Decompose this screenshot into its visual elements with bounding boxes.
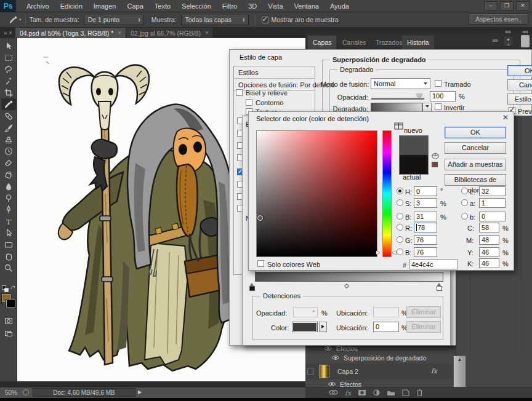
collapse-panel-icon[interactable]: »»: [492, 37, 498, 44]
layer-row-effects[interactable]: Efectos: [324, 345, 470, 352]
eye-icon[interactable]: [324, 345, 332, 352]
s-input[interactable]: 3: [414, 198, 437, 208]
background-color-swatch[interactable]: [6, 300, 15, 308]
tool-type[interactable]: T: [1, 215, 16, 227]
g-input[interactable]: 76: [414, 235, 437, 245]
show-sample-ring-checkbox[interactable]: [262, 17, 268, 23]
tool-history-brush[interactable]: [1, 145, 16, 157]
link-icon[interactable]: [329, 389, 338, 397]
layer-thumbnail[interactable]: [319, 365, 329, 378]
layer-row-capa2[interactable]: Capa 2 fx: [305, 363, 452, 379]
tool-path-selection[interactable]: [1, 227, 16, 239]
eye-icon[interactable]: [331, 354, 340, 362]
ok-button[interactable]: OK: [507, 65, 532, 76]
gradient-stop-white[interactable]: [437, 286, 442, 291]
panel-menu-icon[interactable]: ▼≡: [503, 36, 514, 47]
zoom-level[interactable]: 50%: [5, 389, 17, 396]
dither-checkbox[interactable]: [435, 80, 441, 87]
swap-colors-icon[interactable]: [10, 285, 17, 292]
bb-input[interactable]: 0: [479, 212, 506, 221]
g-radio[interactable]: [397, 236, 403, 243]
menu-archivo[interactable]: Archivo: [21, 0, 55, 12]
tool-shape[interactable]: [1, 239, 16, 250]
tool-lasso[interactable]: [1, 63, 16, 75]
opacity-slider-thumb[interactable]: [416, 94, 422, 98]
new-style-button[interactable]: Estilo nue: [507, 93, 532, 105]
collapsed-dock-icon[interactable]: [521, 35, 530, 47]
s-radio[interactable]: [397, 199, 403, 206]
cancel-button[interactable]: Cancel: [507, 79, 532, 90]
b-input[interactable]: 31: [414, 212, 437, 221]
tab-document-2[interactable]: 02.jpg al 66,7% (RGB/8) ×: [126, 28, 214, 38]
adjustment-icon[interactable]: [373, 389, 380, 397]
fx-badge[interactable]: fx: [431, 367, 437, 375]
fx-icon[interactable]: fx: [345, 389, 351, 397]
blend-mode-select[interactable]: Normal: [371, 78, 430, 89]
hue-strip[interactable]: [382, 130, 392, 257]
tab-overflow-icon[interactable]: » ×: [0, 28, 15, 38]
menu-ayuda[interactable]: Ayuda: [324, 0, 355, 12]
gamut-swatch[interactable]: [432, 162, 438, 167]
r-input[interactable]: 78: [414, 223, 437, 232]
menu-ventana[interactable]: Ventana: [289, 0, 324, 12]
minimize-icon[interactable]: –: [484, 1, 498, 10]
c-input[interactable]: 58: [479, 223, 499, 232]
tool-move[interactable]: [1, 40, 16, 52]
new-layer-icon[interactable]: [402, 389, 409, 397]
gamut-warning-cube-icon[interactable]: [432, 153, 439, 159]
gradient-stop-black[interactable]: [249, 286, 255, 291]
h-radio[interactable]: [397, 188, 403, 194]
color-field-marker[interactable]: [257, 215, 263, 221]
styles-header[interactable]: Estilos: [238, 69, 258, 76]
a-radio[interactable]: [461, 199, 468, 206]
layers-scrollbar[interactable]: ▲: [453, 355, 466, 387]
menu-texto[interactable]: Texto: [149, 0, 176, 12]
m-input[interactable]: 48: [479, 235, 499, 245]
menu-edicion[interactable]: Edición: [55, 0, 88, 12]
bb-radio[interactable]: [461, 213, 468, 220]
hue-slider-arrow-left[interactable]: ▶: [376, 250, 380, 255]
hue-slider-arrow-right[interactable]: ◀: [392, 250, 396, 255]
h-input[interactable]: 0: [414, 186, 437, 196]
hex-input[interactable]: 4e4c4c: [409, 260, 458, 269]
menu-3d[interactable]: 3D: [243, 0, 262, 12]
tab-capas[interactable]: Capas: [308, 36, 336, 49]
close-icon[interactable]: ✕: [516, 1, 530, 10]
tool-pen[interactable]: [1, 204, 16, 215]
menu-filtro[interactable]: Filtro: [217, 0, 243, 12]
style-checkbox[interactable]: [236, 89, 243, 96]
sample-select[interactable]: Todas las capas ▲▼: [181, 15, 249, 25]
quick-mask-icon[interactable]: [1, 315, 16, 327]
color-libraries-button[interactable]: Bibliotecas de colores: [445, 174, 506, 186]
restore-icon[interactable]: ❐: [500, 1, 514, 10]
status-arrow-icon[interactable]: ▶: [138, 389, 142, 395]
tool-paint-bucket[interactable]: [1, 169, 16, 180]
layer-link-box[interactable]: [307, 368, 314, 375]
tool-blur[interactable]: [1, 180, 16, 192]
tool-healing-brush[interactable]: [1, 110, 16, 122]
tool-dodge[interactable]: [1, 192, 16, 204]
menu-vista[interactable]: Vista: [262, 0, 288, 12]
group-icon[interactable]: [387, 389, 395, 397]
invert-checkbox[interactable]: [435, 103, 441, 110]
a-input[interactable]: 1: [479, 198, 506, 208]
doc-size-info[interactable]: Doc: 4,60 MB/49,6 MB: [33, 388, 135, 397]
l-input[interactable]: 32: [479, 186, 506, 196]
tool-eraser[interactable]: [1, 157, 16, 169]
gradient-bar[interactable]: [255, 272, 443, 282]
tool-magic-wand[interactable]: [1, 75, 16, 87]
tool-brush[interactable]: [1, 122, 16, 133]
add-to-swatches-button[interactable]: Añadir a muestras: [445, 159, 506, 170]
color-location-input[interactable]: 0: [373, 322, 399, 332]
tool-rectangular-marquee[interactable]: [1, 52, 16, 63]
style-item[interactable]: Bisel y relieve: [246, 89, 288, 97]
k-input[interactable]: 46: [479, 258, 499, 268]
tool-hand[interactable]: [1, 250, 16, 262]
menu-imagen[interactable]: Imagen: [88, 0, 122, 12]
menu-seleccion[interactable]: Selección: [176, 0, 217, 12]
r-radio[interactable]: [397, 224, 403, 231]
web-colors-checkbox[interactable]: [257, 260, 264, 267]
menu-capa[interactable]: Capa: [121, 0, 148, 12]
stop-color-menu-button[interactable]: [319, 322, 327, 332]
tool-eyedropper[interactable]: [1, 98, 16, 110]
